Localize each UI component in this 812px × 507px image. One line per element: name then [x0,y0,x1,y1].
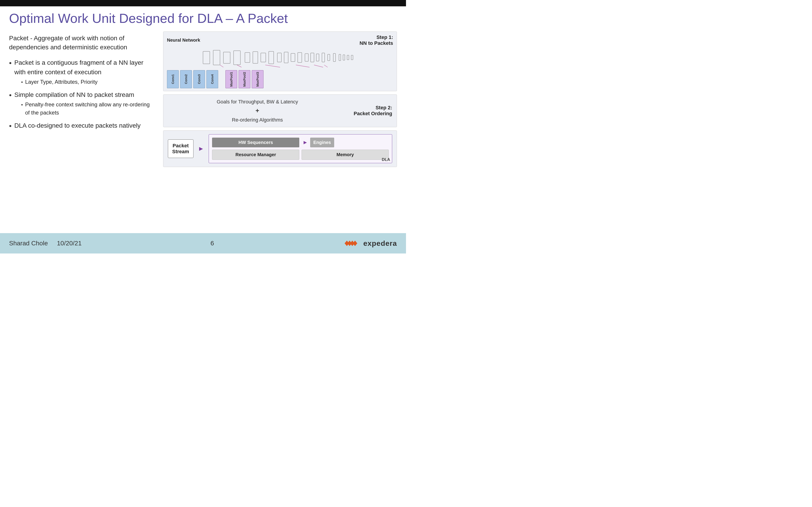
svg-rect-5 [253,52,258,63]
footer-left: Sharad Chole 10/20/21 [9,240,82,247]
right-column: Neural Network Step 1: NN to Packets [163,32,397,229]
packet-stream-box: PacketStream [168,139,194,158]
main-content: Optimal Work Unit Designed for DLA – A P… [0,6,406,233]
sub-bullet-2-1: • Penalty-free context switching allow a… [14,101,154,117]
svg-line-24 [265,65,280,67]
nn-sketch [167,48,393,68]
bullet-dot-2: • [9,90,11,101]
arrow-hw-to-engines: ► [302,139,309,146]
step2-content: Goals for Throughput, BW & Latency + Re-… [168,98,347,124]
maxpool3-box: MaxPool3 [252,70,263,88]
bullet-1: • Packet is a contiguous fragment of a N… [9,58,154,86]
svg-rect-19 [343,55,345,60]
memory-label: Memory [337,152,354,157]
memory-box: Memory [302,150,389,160]
maxpool2-box: MaxPool2 [239,70,250,88]
step2-line2: Re-ordering Algorithms [232,116,283,124]
packet-stream-label: PacketStream [172,143,189,154]
presentation-date: 10/20/21 [57,240,82,247]
bullet-2: • Simple compilation of NN to packet str… [9,90,154,117]
bottom-bar: Sharad Chole 10/20/21 6 expedera [0,233,406,253]
page-number: 6 [210,240,214,247]
bullet-2-text: Simple compilation of NN to packet strea… [14,90,154,117]
svg-rect-15 [322,53,325,62]
dla-inner-box: HW Sequencers ► Engines Resource Manager [209,134,392,163]
left-column: Packet - Aggregate of work with notion o… [9,32,154,229]
svg-rect-1 [213,50,220,65]
step1-label: Step 1: NN to Packets [352,35,393,46]
svg-line-23 [237,65,242,67]
svg-line-26 [314,65,323,67]
logo-icon [343,239,361,248]
dla-label: DLA [382,157,390,162]
arrow-to-dla: ► [198,145,204,152]
step3-box: PacketStream ► HW Sequencers ► Engines [163,130,397,167]
conv1-box: Conv1 [167,70,179,88]
slide-title: Optimal Work Unit Designed for DLA – A P… [9,11,397,26]
hw-sequencers-label: HW Sequencers [239,140,273,145]
bullet-3: • DLA co-designed to execute packets nat… [9,121,154,131]
packet-boxes-row: Conv1 Conv2 Conv3 Conv4 MaxPool1 MaxPool… [167,70,393,88]
body-area: Packet - Aggregate of work with notion o… [9,32,397,229]
svg-rect-3 [234,51,240,65]
svg-marker-31 [353,241,357,246]
svg-rect-21 [351,55,353,60]
conv2-box: Conv2 [180,70,192,88]
svg-rect-16 [327,54,330,61]
step1-header: Neural Network Step 1: NN to Packets [167,35,393,46]
svg-rect-12 [305,54,308,61]
resource-manager-box: Resource Manager [212,150,299,160]
svg-rect-0 [203,51,210,64]
bullet-dot-3: • [9,120,11,131]
sub-bullet-1-1: • Layer Type, Attributes, Priority [14,78,154,86]
intro-text: Packet - Aggregate of work with notion o… [9,34,154,52]
step2-box: Goals for Throughput, BW & Latency + Re-… [163,94,397,127]
svg-rect-6 [261,53,266,62]
resource-manager-label: Resource Manager [236,152,276,157]
svg-rect-18 [339,54,341,61]
dla-grid: HW Sequencers ► Engines Resource Manager [212,137,389,160]
conv4-box: Conv4 [206,70,218,88]
bullet-3-text: DLA co-designed to execute packets nativ… [14,121,154,130]
svg-line-25 [296,65,309,67]
bullet-dot-1: • [9,57,11,68]
author-name: Sharad Chole [9,240,48,247]
step1-box: Neural Network Step 1: NN to Packets [163,32,397,91]
footer-right: expedera [343,239,397,248]
svg-rect-17 [333,53,336,62]
svg-line-27 [324,65,327,67]
svg-rect-9 [284,52,288,63]
expedera-logo: expedera [343,239,397,248]
engines-box: Engines [310,137,334,147]
svg-rect-4 [245,53,250,62]
svg-rect-8 [277,53,282,62]
conv3-box: Conv3 [193,70,205,88]
logo-text: expedera [363,239,397,247]
svg-rect-14 [316,54,319,61]
svg-rect-10 [291,53,295,62]
maxpool1-box: MaxPool1 [225,70,237,88]
engines-label: Engines [313,140,331,145]
step2-line1: Goals for Throughput, BW & Latency [217,98,298,106]
svg-line-22 [220,65,223,67]
svg-rect-20 [347,55,349,60]
neural-network-label: Neural Network [167,38,203,43]
svg-rect-7 [269,51,274,64]
step2-plus: + [256,106,259,116]
step2-label: Step 2: Packet Ordering [351,105,392,117]
bullet-1-text: Packet is a contiguous fragment of a NN … [14,58,154,86]
top-bar [0,0,406,6]
svg-rect-13 [311,53,314,62]
svg-rect-2 [223,52,230,63]
hw-sequencers-box: HW Sequencers [212,137,299,147]
svg-rect-11 [298,53,302,62]
